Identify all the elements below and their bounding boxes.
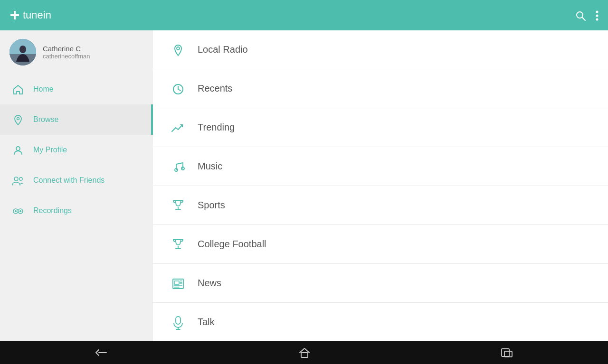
- back-button[interactable]: [95, 348, 108, 357]
- college-football-label: College Football: [198, 239, 266, 250]
- newspaper-icon: [170, 276, 186, 290]
- sidebar-item-connect-friends-label: Connect with Friends: [33, 176, 104, 185]
- list-item[interactable]: Recents: [153, 69, 608, 108]
- svg-point-19: [177, 47, 180, 50]
- svg-point-6: [596, 19, 598, 21]
- header-actions: [575, 9, 598, 21]
- list-item[interactable]: Music: [153, 147, 608, 186]
- svg-line-22: [178, 89, 180, 91]
- search-icon[interactable]: [575, 9, 586, 21]
- svg-point-10: [19, 46, 26, 53]
- avatar: [10, 39, 36, 65]
- local-radio-label: Local Radio: [198, 44, 248, 55]
- app-header: tunein: [0, 0, 608, 30]
- list-item[interactable]: Trending: [153, 108, 608, 147]
- sidebar-item-browse-label: Browse: [33, 115, 58, 124]
- svg-rect-40: [502, 349, 509, 356]
- main-container: Catherine C catherinecoffman Home Browse: [0, 30, 608, 341]
- menu-icon[interactable]: [596, 9, 598, 21]
- svg-rect-36: [176, 317, 180, 324]
- svg-point-14: [19, 177, 22, 180]
- people-icon: [11, 174, 25, 187]
- svg-rect-39: [301, 353, 308, 357]
- list-item[interactable]: Sports: [153, 186, 608, 225]
- person-icon: [11, 144, 25, 156]
- recents-button[interactable]: [501, 347, 513, 358]
- avatar-image: [10, 39, 36, 65]
- sidebar-item-browse[interactable]: Browse: [0, 104, 153, 135]
- svg-point-5: [596, 15, 598, 17]
- sidebar-item-recordings-label: Recordings: [33, 206, 72, 215]
- recordings-icon: [11, 205, 25, 217]
- svg-rect-1: [10, 14, 19, 16]
- sports-label: Sports: [198, 200, 225, 211]
- list-item[interactable]: Local Radio: [153, 30, 608, 69]
- svg-point-4: [596, 11, 598, 13]
- svg-point-17: [15, 210, 17, 212]
- sidebar: Catherine C catherinecoffman Home Browse: [0, 30, 153, 341]
- sidebar-item-my-profile-label: My Profile: [33, 146, 67, 154]
- tunein-logo-icon: [10, 10, 20, 20]
- location-icon: [11, 113, 25, 126]
- sidebar-item-my-profile[interactable]: My Profile: [0, 135, 153, 165]
- bottom-navigation-bar: [0, 341, 608, 364]
- trophy2-icon: [170, 237, 186, 252]
- sidebar-item-recordings[interactable]: Recordings: [0, 196, 153, 226]
- list-item[interactable]: College Football: [153, 225, 608, 264]
- svg-point-12: [16, 147, 20, 150]
- svg-point-13: [14, 177, 18, 181]
- trophy-icon: [170, 198, 186, 213]
- sidebar-item-home[interactable]: Home: [0, 74, 153, 104]
- home-button[interactable]: [299, 347, 310, 358]
- list-item[interactable]: News: [153, 264, 608, 303]
- svg-point-18: [19, 210, 21, 212]
- user-info: Catherine C catherinecoffman: [43, 45, 90, 60]
- svg-rect-30: [174, 281, 179, 284]
- user-handle: catherinecoffman: [43, 53, 90, 60]
- app-logo: tunein: [10, 9, 51, 21]
- logo-text: tunein: [23, 9, 51, 21]
- trending-icon: [170, 120, 186, 135]
- music-icon: [170, 159, 186, 174]
- svg-point-11: [17, 118, 19, 120]
- svg-line-3: [582, 18, 586, 21]
- sidebar-item-home-label: Home: [33, 85, 54, 93]
- avatar-svg: [10, 39, 36, 65]
- microphone-icon: [170, 314, 186, 329]
- list-item[interactable]: Talk: [153, 303, 608, 341]
- trending-label: Trending: [198, 122, 235, 133]
- talk-label: Talk: [198, 317, 215, 327]
- sidebar-item-connect-friends[interactable]: Connect with Friends: [0, 165, 153, 196]
- music-label: Music: [198, 161, 222, 172]
- home-icon: [11, 83, 25, 95]
- user-name: Catherine C: [43, 45, 90, 53]
- recents-label: Recents: [198, 83, 232, 94]
- clock-icon: [170, 81, 186, 96]
- news-label: News: [198, 278, 221, 289]
- pin-icon: [170, 42, 186, 57]
- content-area: Local Radio Recents Trending: [153, 30, 608, 341]
- user-section: Catherine C catherinecoffman: [0, 30, 153, 74]
